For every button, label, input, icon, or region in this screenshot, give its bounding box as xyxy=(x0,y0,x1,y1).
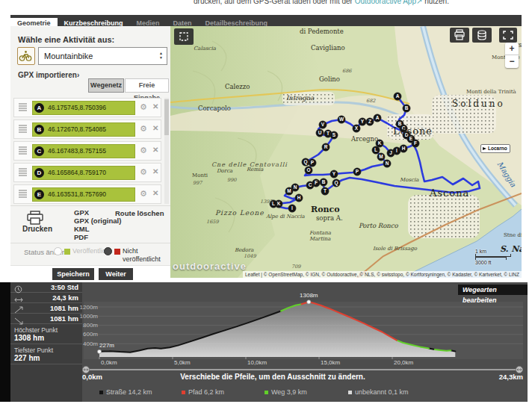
slider-right-label: 24,3km xyxy=(463,373,523,381)
export-link-gpx-original-[interactable]: GPX (original) xyxy=(74,217,121,225)
map-label-709: 709 xyxy=(291,264,301,270)
map-label-ronco: Ronco xyxy=(311,205,340,214)
waypoint-letter-badge: B xyxy=(34,125,44,134)
zoom-control: + − xyxy=(505,43,519,68)
status-published-radio[interactable] xyxy=(54,247,62,255)
waypoint-coordinates: 46.172670,8.754085 xyxy=(48,123,106,136)
map-layers-button[interactable] xyxy=(472,28,492,43)
drag-handle-icon[interactable] xyxy=(19,146,27,156)
mode-freie-eingabe-button[interactable]: Freie Eingabe xyxy=(125,78,169,93)
svg-text:1200m: 1200m xyxy=(80,304,99,311)
draw-rectangle-button[interactable] xyxy=(174,28,194,45)
drag-handle-icon[interactable] xyxy=(19,103,27,113)
waypoint-coordinate-field[interactable]: A46.175745,8.750396 xyxy=(32,101,135,115)
route-marker-A[interactable]: A xyxy=(374,114,381,122)
svg-text:L: L xyxy=(272,201,275,206)
route-marker-B[interactable]: B xyxy=(320,178,327,186)
map-fullscreen-button[interactable] xyxy=(499,28,517,43)
print-button[interactable]: Drucken xyxy=(22,225,52,233)
route-marker-Y[interactable]: Y xyxy=(359,118,366,125)
waypoint-delete-icon[interactable]: ✕ xyxy=(152,102,158,111)
legend-swatch xyxy=(182,391,185,394)
route-marker-Z[interactable]: Z xyxy=(366,118,374,125)
route-marker-A[interactable]: A xyxy=(394,93,401,100)
map-label-remia: Remia xyxy=(247,167,264,173)
waypoint-settings-icon[interactable]: ⚙ xyxy=(140,189,147,199)
waypoint-letter-badge: C xyxy=(34,146,44,156)
export-link-kml[interactable]: KML xyxy=(74,225,121,233)
outdooractive-app-link[interactable]: Outdooractive App xyxy=(355,0,416,5)
zoom-in-button[interactable]: + xyxy=(505,43,519,55)
waypoint-settings-icon[interactable]: ⚙ xyxy=(140,146,147,155)
waypoint-delete-icon[interactable]: ✕ xyxy=(152,189,158,197)
route-marker-V[interactable]: V xyxy=(319,121,327,128)
waypoint-settings-icon[interactable]: ⚙ xyxy=(140,102,147,112)
svg-text:K: K xyxy=(378,140,382,146)
activity-select[interactable]: Mountainbike ▲▼ xyxy=(38,47,167,65)
drag-handle-icon[interactable] xyxy=(19,168,27,178)
route-marker-P[interactable]: P xyxy=(309,159,316,167)
route-marker-B[interactable]: B xyxy=(403,105,410,112)
map-scale: 1 km 3000 ft xyxy=(475,249,511,265)
map-label-686: 686 xyxy=(342,68,352,74)
svg-text:F: F xyxy=(414,140,417,146)
gpx-import-link[interactable]: GPX importieren› xyxy=(18,71,79,79)
waypoint-delete-icon[interactable]: ✕ xyxy=(152,167,158,175)
waypoint-scrollbar[interactable] xyxy=(164,98,169,204)
route-marker-L[interactable]: L xyxy=(372,146,380,154)
save-button[interactable]: Speichern xyxy=(52,268,94,280)
zoom-out-button[interactable]: − xyxy=(505,55,519,68)
route-marker-H[interactable]: H xyxy=(295,194,303,202)
route-marker-H[interactable]: H xyxy=(400,145,407,152)
edit-waytypes-button[interactable]: Wegearten bearbeiten xyxy=(458,285,528,295)
route-marker-X[interactable]: X xyxy=(353,125,360,132)
route-marker-O[interactable]: O xyxy=(305,167,312,174)
waypoint-coordinate-field[interactable]: B46.172670,8.754085 xyxy=(32,122,135,137)
map-canvas[interactable]: ABBCDAZYXWVUTSRQPOYPNMLKJIHFEQTBFCNMHKLI… xyxy=(170,26,522,278)
route-marker-W[interactable]: W xyxy=(338,116,345,123)
status-unpublished-radio[interactable] xyxy=(104,247,112,255)
route-marker-N[interactable]: N xyxy=(383,160,391,167)
export-link-pdf[interactable]: PDF xyxy=(74,233,121,241)
route-marker-R[interactable]: R xyxy=(322,143,330,151)
waypoint-delete-icon[interactable]: ✕ xyxy=(152,146,158,154)
route-marker-I[interactable]: I xyxy=(288,205,296,212)
waypoint-settings-icon[interactable]: ⚙ xyxy=(140,167,147,177)
waypoint-coordinate-field[interactable]: C46.167483,8.757155 xyxy=(32,144,135,158)
drag-handle-icon[interactable] xyxy=(19,125,27,134)
waypoint-coordinate-field[interactable]: D46.165864,8.759170 xyxy=(32,166,135,180)
route-marker-S[interactable]: S xyxy=(330,131,338,139)
waypoint-settings-icon[interactable]: ⚙ xyxy=(140,124,147,134)
svg-text:X: X xyxy=(355,125,359,131)
export-link-gpx[interactable]: GPX xyxy=(74,208,121,217)
route-marker-U[interactable]: U xyxy=(316,129,324,137)
svg-text:N: N xyxy=(294,184,297,190)
route-marker-M[interactable]: M xyxy=(285,187,293,195)
svg-text:L: L xyxy=(374,147,377,152)
scrollbar-thumb[interactable] xyxy=(164,99,169,135)
delete-route-button[interactable]: Route löschen xyxy=(115,209,164,217)
elevation-chart[interactable]: 227m1308m 0,0km5,0km10,0km15,0km20,0km 1… xyxy=(0,282,528,402)
svg-text:I: I xyxy=(291,205,293,211)
next-button[interactable]: Weiter xyxy=(99,268,133,280)
svg-text:T: T xyxy=(327,131,330,136)
svg-text:Q: Q xyxy=(334,180,338,186)
route-marker-Y[interactable]: Y xyxy=(330,170,338,178)
route-marker-T[interactable]: T xyxy=(321,187,329,195)
route-marker-P[interactable]: P xyxy=(353,168,361,175)
map-print-button[interactable] xyxy=(450,28,469,43)
route-marker-Q[interactable]: Q xyxy=(332,179,340,187)
mode-wegenetz-button[interactable]: Wegenetz xyxy=(88,78,124,93)
waypoint-coordinate-field[interactable]: E46.163531,8.757690 xyxy=(32,187,135,202)
route-marker-M[interactable]: M xyxy=(377,153,385,161)
select-stepper-icon: ▲▼ xyxy=(159,51,163,60)
waypoint-coordinates: 46.175745,8.750396 xyxy=(48,102,106,114)
svg-text:Q: Q xyxy=(303,159,307,165)
legend-swatch xyxy=(99,391,103,394)
svg-text:F: F xyxy=(315,180,318,185)
route-marker-Q[interactable]: Q xyxy=(302,158,309,166)
waypoint-delete-icon[interactable]: ✕ xyxy=(152,124,158,132)
svg-text:M: M xyxy=(287,188,291,193)
drag-handle-icon[interactable] xyxy=(19,190,27,199)
route-marker-C[interactable]: C xyxy=(306,181,314,189)
